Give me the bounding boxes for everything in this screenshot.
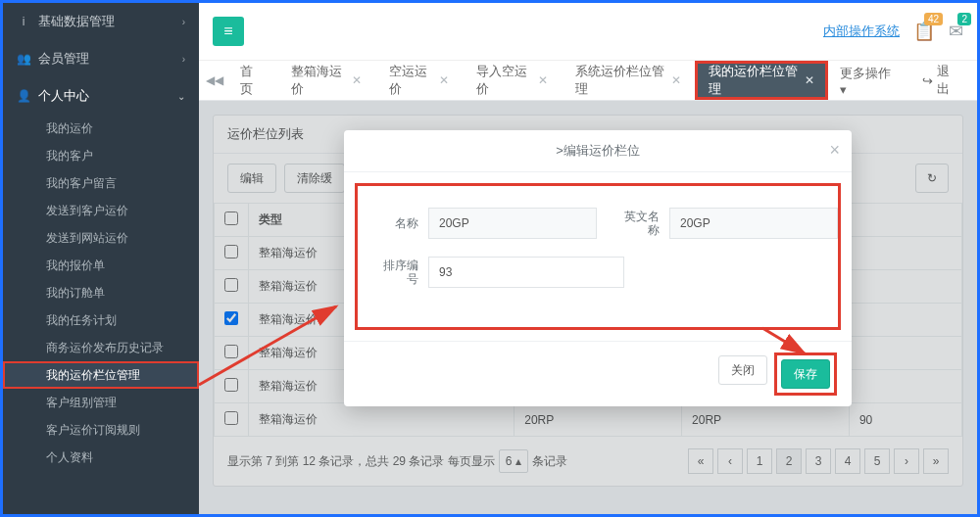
pager-button[interactable]: 3 — [806, 448, 831, 474]
notification-mail-icon[interactable]: ✉ 2 — [949, 21, 963, 42]
tabbar: ◀◀ 首页整箱海运价✕空运运价✕导入空运价✕系统运价栏位管理✕我的运价栏位管理✕… — [199, 60, 977, 101]
field-ename-input[interactable] — [669, 208, 838, 239]
field-ename-label: 英文名称 — [614, 210, 660, 238]
pagination-bar: 显示第 7 到第 12 条记录，总共 29 条记录 每页显示 6 ▴ 条记录 «… — [214, 437, 962, 486]
tabs-more-dropdown[interactable]: 更多操作 ▾ — [828, 65, 908, 97]
modal-title: >编辑运价栏位 — [556, 142, 640, 160]
sidebar-item[interactable]: 我的订舱单 — [3, 279, 199, 306]
pager-button[interactable]: 5 — [864, 448, 890, 474]
notification-badge: 42 — [924, 13, 943, 25]
tab-label: 首页 — [240, 63, 264, 98]
caret-down-icon: ▴ — [515, 454, 521, 468]
mail-badge: 2 — [957, 13, 971, 25]
tab[interactable]: 导入空运价✕ — [463, 61, 562, 100]
tab-label: 导入空运价 — [476, 63, 533, 98]
pagination-info: 显示第 7 到第 12 条记录，总共 29 条记录 每页显示 — [227, 453, 495, 470]
tab-label: 整箱海运价 — [291, 63, 348, 98]
tab-label: 我的运价栏位管理 — [709, 63, 800, 98]
edit-button[interactable]: 编辑 — [227, 164, 276, 193]
tab-close-icon[interactable]: ✕ — [439, 73, 449, 87]
sidebar-item[interactable]: 客户运价订阅规则 — [3, 416, 199, 444]
table-row: 整箱海运价20RP20RP90 — [215, 403, 962, 437]
tab-close-icon[interactable]: ✕ — [671, 73, 681, 87]
tabs-more-label: 更多操作 — [840, 66, 891, 80]
sidebar-item[interactable]: 发送到客户运价 — [3, 197, 199, 224]
notification-list-icon[interactable]: 📋 42 — [913, 21, 935, 42]
row-checkbox[interactable] — [224, 378, 238, 392]
sidebar-item[interactable]: 我的运价 — [3, 115, 199, 142]
clear-cache-button[interactable]: 清除缓 — [284, 164, 345, 193]
field-sort-input[interactable] — [428, 257, 624, 288]
page-size-select[interactable]: 6 ▴ — [499, 449, 529, 473]
tab-close-icon[interactable]: ✕ — [805, 73, 814, 87]
select-all-checkbox[interactable] — [224, 212, 238, 225]
sidebar: i 基础数据管理 › 👥 会员管理 › 👤 个人中心 ⌄ 我的运价我的客户我的客… — [3, 3, 199, 514]
chevron-right-icon: › — [182, 54, 185, 65]
logout-button[interactable]: ↪ 退出 — [908, 63, 973, 98]
chevron-right-icon: › — [182, 17, 185, 27]
chevron-down-icon: ⌄ — [177, 91, 185, 102]
tab-label: 空运运价 — [389, 63, 434, 98]
tabs-scroll-left-button[interactable]: ◀◀ — [203, 73, 226, 87]
caret-down-icon: ▾ — [840, 82, 847, 97]
pager-button[interactable]: ‹ — [717, 448, 743, 474]
users-icon: 👥 — [17, 52, 30, 66]
sidebar-group-label: 个人中心 — [38, 87, 89, 105]
row-checkbox[interactable] — [224, 411, 238, 425]
field-name-input[interactable] — [428, 208, 597, 239]
menu-toggle-button[interactable]: ≡ — [213, 17, 244, 46]
sidebar-item[interactable]: 个人资料 — [3, 444, 199, 471]
sidebar-item[interactable]: 我的客户 — [3, 142, 199, 169]
logout-icon: ↪ — [922, 73, 933, 88]
field-name-label: 名称 — [381, 216, 418, 230]
tab[interactable]: 系统运价栏位管理✕ — [562, 61, 695, 100]
info-icon: i — [17, 15, 30, 28]
row-checkbox[interactable] — [224, 278, 238, 292]
edit-field-modal: >编辑运价栏位 × 名称 英文名称 排序编号 — [344, 130, 852, 406]
modal-save-button[interactable]: 保存 — [781, 359, 830, 389]
sidebar-item[interactable]: 我的任务计划 — [3, 306, 199, 334]
tab-close-icon[interactable]: ✕ — [352, 73, 362, 87]
pager-button[interactable]: » — [923, 448, 949, 474]
pager-button[interactable]: 2 — [776, 448, 802, 474]
tab[interactable]: 我的运价栏位管理✕ — [695, 61, 828, 100]
sidebar-item[interactable]: 我的客户留言 — [3, 169, 199, 197]
pager-button[interactable]: › — [894, 448, 919, 474]
modal-close-button[interactable]: × — [829, 140, 840, 161]
row-checkbox[interactable] — [224, 345, 238, 358]
sidebar-group-label: 会员管理 — [38, 50, 89, 68]
modal-close-footer-button[interactable]: 关闭 — [718, 355, 767, 385]
tab[interactable]: 整箱海运价✕ — [277, 61, 376, 100]
row-checkbox[interactable] — [224, 311, 238, 325]
sidebar-group-label: 基础数据管理 — [38, 13, 115, 30]
sidebar-group-basedata[interactable]: i 基础数据管理 › — [3, 3, 199, 40]
tab[interactable]: 首页 — [226, 61, 277, 100]
sidebar-item[interactable]: 商务运价发布历史记录 — [3, 334, 199, 361]
sidebar-group-members[interactable]: 👥 会员管理 › — [3, 40, 199, 77]
tab[interactable]: 空运运价✕ — [375, 61, 463, 100]
tab-close-icon[interactable]: ✕ — [538, 73, 548, 87]
pagination-info-suffix: 条记录 — [532, 453, 567, 470]
topbar: ≡ 内部操作系统 📋 42 ✉ 2 — [199, 3, 977, 60]
internal-system-link[interactable]: 内部操作系统 — [823, 23, 900, 40]
pager-button[interactable]: 1 — [747, 448, 772, 474]
sidebar-item[interactable]: 发送到网站运价 — [3, 224, 199, 252]
cell-type: 整箱海运价 — [249, 403, 514, 437]
pager-button[interactable]: « — [688, 448, 713, 474]
sidebar-item[interactable]: 我的报价单 — [3, 252, 199, 279]
pager-button[interactable]: 4 — [835, 448, 860, 474]
tab-label: 系统运价栏位管理 — [575, 63, 666, 98]
row-checkbox[interactable] — [224, 245, 238, 258]
sidebar-group-personal[interactable]: 👤 个人中心 ⌄ — [3, 77, 199, 115]
sidebar-item[interactable]: 我的运价栏位管理 — [3, 361, 199, 389]
field-sort-label: 排序编号 — [381, 258, 418, 287]
logout-label: 退出 — [937, 63, 959, 98]
sidebar-item[interactable]: 客户组别管理 — [3, 389, 199, 416]
user-icon: 👤 — [17, 89, 30, 103]
refresh-button[interactable]: ↻ — [915, 164, 949, 193]
